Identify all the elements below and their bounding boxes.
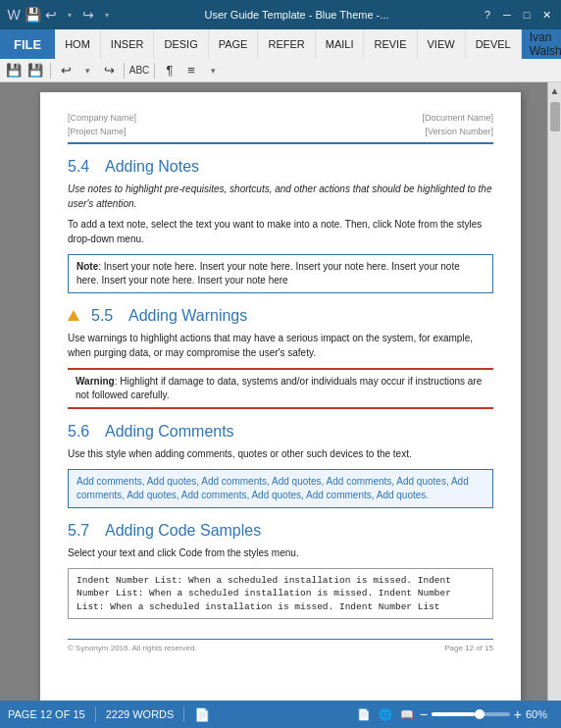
section-5-6-body: Use this style when adding comments, quo… <box>68 446 493 461</box>
toolbar-sep-3 <box>154 63 155 78</box>
header-right: [Document Name] [Version Number] <box>422 112 493 138</box>
zoom-fill <box>432 712 475 716</box>
window-title: User Guide Template - Blue Theme -... <box>119 9 475 21</box>
note-text: Insert your note here. Insert your note … <box>76 261 460 286</box>
file-tab[interactable]: FILE <box>0 29 55 59</box>
title-bar-app-icons: W 💾 ↩ ▾ ↪ ▾ <box>6 7 115 23</box>
zoom-percent: 60% <box>526 708 553 720</box>
tab-view[interactable]: VIEW <box>418 29 466 59</box>
section-5-7-number: 5.7 <box>68 522 97 540</box>
code-text: Indent Number List: When a scheduled ins… <box>76 575 451 612</box>
page-info: PAGE 12 OF 15 <box>8 708 85 720</box>
section-5-6-heading: 5.6 Adding Comments <box>68 423 493 441</box>
warning-label: Warning <box>76 376 115 387</box>
zoom-bar: 📄 🌐 📖 − + 60% <box>355 705 553 723</box>
paragraph-toolbar-icon[interactable]: ¶ <box>160 61 179 80</box>
toolbar-sep-2 <box>124 63 125 78</box>
section-5-6-number: 5.6 <box>68 423 97 441</box>
footer-copyright: © Synonym 2016. All rights reserved. <box>68 644 197 652</box>
tab-home[interactable]: HOM <box>55 29 101 59</box>
tab-design[interactable]: DESIG <box>154 29 208 59</box>
toolbar: 💾 💾 ↩ ▾ ↪ ABC ¶ ≡ ▾ <box>0 59 561 82</box>
comment-box: Add comments, Add quotes, Add comments, … <box>68 469 493 508</box>
save-toolbar-icon[interactable]: 💾 <box>4 61 24 80</box>
section-5-7-title: Adding Code Samples <box>105 522 261 540</box>
company-name-field: [Company Name] <box>68 112 136 126</box>
title-bar: W 💾 ↩ ▾ ↪ ▾ User Guide Template - Blue T… <box>0 0 561 29</box>
spelling-toolbar-icon[interactable]: ABC <box>129 61 149 80</box>
undo-dropdown-toolbar-icon[interactable]: ▾ <box>77 61 97 80</box>
status-sep-2 <box>183 706 184 722</box>
warning-box: Warning: Highlight if damage to data, sy… <box>68 368 493 409</box>
section-5-4-body: To add a text note, select the text you … <box>68 217 493 246</box>
footer-page: Page 12 of 15 <box>444 644 493 652</box>
code-box: Indent Number List: When a scheduled ins… <box>68 568 493 619</box>
header-left: [Company Name] [Project Name] <box>68 112 136 138</box>
word-count: 2229 WORDS <box>106 708 175 720</box>
status-sep-1 <box>95 706 96 722</box>
section-5-6-title: Adding Comments <box>105 423 234 441</box>
view-read-icon[interactable]: 📖 <box>398 705 416 723</box>
tab-mailings[interactable]: MAILI <box>316 29 365 59</box>
note-box: Note: Insert your note here. Insert your… <box>68 254 493 293</box>
save2-toolbar-icon[interactable]: 💾 <box>26 61 45 80</box>
section-5-4-intro: Use notes to highlight pre-requisites, s… <box>68 182 493 211</box>
close-button[interactable]: ✕ <box>537 6 555 24</box>
minimize-button[interactable]: ─ <box>498 6 516 24</box>
view-print-icon[interactable]: 📄 <box>355 705 373 723</box>
redo-toolbar-icon[interactable]: ↪ <box>99 61 119 80</box>
project-name-field: [Project Name] <box>68 126 136 139</box>
help-button[interactable]: ? <box>479 6 496 24</box>
document-wrapper: [Company Name] [Project Name] [Document … <box>0 82 561 701</box>
format-toolbar-icon[interactable]: ≡ <box>181 61 201 80</box>
save-icon[interactable]: 💾 <box>25 7 40 23</box>
scroll-up-icon[interactable]: ▲ <box>548 82 562 98</box>
tab-page[interactable]: PAGE <box>209 29 259 59</box>
maximize-button[interactable]: □ <box>518 6 536 24</box>
window-controls: ? ─ □ ✕ <box>479 6 555 24</box>
warning-text: Highlight if damage to data, systems and… <box>76 376 482 400</box>
tab-developer[interactable]: DEVEL <box>466 29 522 59</box>
zoom-minus-btn[interactable]: − <box>420 706 428 722</box>
undo-dropdown-icon[interactable]: ▾ <box>62 7 77 23</box>
section-5-5-heading: 5.5 Adding Warnings <box>68 307 493 325</box>
section-5-4-title: Adding Notes <box>105 158 199 176</box>
doc-header: [Company Name] [Project Name] [Document … <box>68 112 493 144</box>
zoom-slider[interactable] <box>432 712 510 716</box>
section-5-7-heading: 5.7 Adding Code Samples <box>68 522 493 540</box>
section-5-4-heading: 5.4 Adding Notes <box>68 158 493 176</box>
user-area[interactable]: Ivan Walsh K <box>522 30 561 58</box>
undo-toolbar-icon[interactable]: ↩ <box>56 61 76 80</box>
zoom-thumb <box>475 709 484 719</box>
note-label: Note <box>76 261 98 272</box>
view-mode-icons: 📄 🌐 📖 <box>355 705 416 723</box>
tab-references[interactable]: REFER <box>258 29 315 59</box>
document-track-icon[interactable]: 📄 <box>194 707 210 722</box>
scrollbar-vertical[interactable]: ▲ <box>547 82 561 701</box>
user-name: Ivan Walsh <box>530 30 561 58</box>
zoom-plus-btn[interactable]: + <box>514 706 522 722</box>
tab-review[interactable]: REVIE <box>364 29 417 59</box>
doc-footer: © Synonym 2016. All rights reserved. Pag… <box>68 639 493 652</box>
redo-icon[interactable]: ↪ <box>80 7 96 23</box>
format-dropdown-toolbar-icon[interactable]: ▾ <box>203 61 223 80</box>
comment-text: Add comments, Add quotes, Add comments, … <box>76 476 469 500</box>
ribbon-tabs: HOM INSER DESIG PAGE REFER MAILI REVIE V… <box>55 29 522 59</box>
redo-dropdown-icon[interactable]: ▾ <box>99 7 115 23</box>
view-web-icon[interactable]: 🌐 <box>377 705 394 723</box>
document-page: [Company Name] [Project Name] [Document … <box>40 92 521 701</box>
tab-insert[interactable]: INSER <box>101 29 155 59</box>
section-5-4-number: 5.4 <box>68 158 97 176</box>
toolbar-sep-1 <box>50 63 51 78</box>
warning-triangle-icon <box>68 310 79 321</box>
section-5-5-number: 5.5 <box>91 307 121 325</box>
word-icon: W <box>6 7 22 23</box>
version-field: [Version Number] <box>422 126 493 139</box>
undo-icon[interactable]: ↩ <box>43 7 59 23</box>
status-bar: PAGE 12 OF 15 2229 WORDS 📄 📄 🌐 📖 − + 60% <box>0 701 561 728</box>
section-5-7-body: Select your text and click Code from the… <box>68 546 493 560</box>
ribbon-bar: FILE HOM INSER DESIG PAGE REFER MAILI RE… <box>0 29 561 59</box>
section-5-5-title: Adding Warnings <box>128 307 247 325</box>
scroll-thumb[interactable] <box>550 102 560 131</box>
doc-name-field: [Document Name] <box>422 112 493 126</box>
